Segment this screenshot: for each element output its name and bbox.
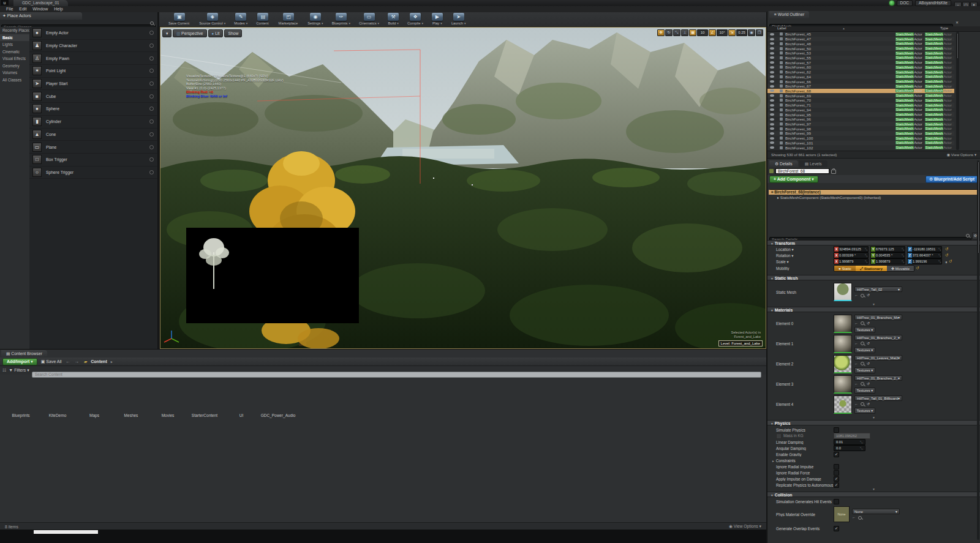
browse-to-asset-icon[interactable] (861, 402, 864, 406)
browse-to-asset-icon[interactable] (861, 294, 864, 298)
level-editor-tab[interactable]: GDC_Landscape_01 (13, 0, 68, 6)
toolbar-button[interactable]: ✎ Modes▾ (234, 13, 247, 25)
outliner-actor-row[interactable]: BirchForest_70 StaticMeshActorStaticMesh… (767, 98, 954, 103)
visibility-eye-icon[interactable] (770, 123, 774, 125)
toolbar-button[interactable]: ▤ Content (256, 13, 270, 25)
toolbar-button[interactable]: ⚒ Build▾ (388, 13, 399, 25)
visibility-eye-icon[interactable] (770, 127, 774, 130)
outliner-actor-row[interactable]: BirchForest_55 StaticMeshActorStaticMesh… (767, 56, 954, 61)
generate-overlap-events-checkbox[interactable]: ✓ (834, 526, 839, 531)
material-dropdown[interactable]: HillTree_01_Branches_2_Mat▾ (854, 375, 902, 381)
visibility-eye-icon[interactable] (770, 108, 774, 111)
visibility-eye-icon[interactable] (770, 104, 774, 107)
menu-item[interactable]: Window (32, 7, 48, 11)
textures-dropdown-button[interactable]: Textures ▾ (854, 367, 875, 373)
use-selected-asset-icon[interactable]: ← (854, 321, 858, 326)
outliner-scrollbar[interactable] (956, 32, 959, 150)
doc-badge[interactable]: DOC (897, 0, 913, 6)
mode-category[interactable]: Visual Effects (0, 55, 29, 62)
browse-to-asset-icon[interactable] (861, 342, 864, 345)
toolbar-button[interactable]: ▶ Play▾ (432, 13, 443, 25)
mode-category[interactable]: Cinematic (0, 48, 29, 56)
materials-section-header[interactable]: ▾Materials (767, 307, 980, 312)
transform-section-header[interactable]: ▾Transform (767, 240, 980, 245)
reset-asset-icon[interactable]: ↺ (867, 293, 870, 298)
perspective-button[interactable]: ◫Perspective (173, 29, 206, 37)
use-selected-asset-icon[interactable]: ← (854, 362, 858, 366)
use-selected-asset-icon[interactable]: ← (854, 382, 858, 386)
visibility-eye-icon[interactable] (770, 80, 774, 83)
mobility-stationary-option[interactable]: ⤢ Stationary (856, 266, 887, 271)
outliner-actor-row[interactable]: BirchForest_45 StaticMeshActorStaticMesh… (767, 32, 954, 37)
placeable-actor-row[interactable]: ● Empty Actor (29, 27, 157, 40)
placeable-actor-row[interactable]: ♙ Empty Pawn (29, 52, 157, 65)
viewport-options-dropdown[interactable]: ▾ (162, 29, 172, 37)
placeable-actor-row[interactable]: ● Sphere (29, 103, 157, 116)
use-selected-asset-icon[interactable]: ← (854, 342, 858, 346)
view-options-button[interactable]: ◉ View Options ▾ (729, 524, 761, 529)
scale-tool-icon[interactable]: ⤡ (673, 29, 680, 36)
ignore-radial-force-checkbox[interactable] (834, 470, 839, 476)
static-mesh-section-header[interactable]: ▾Static Mesh (767, 275, 980, 280)
visibility-eye-icon[interactable] (770, 146, 774, 149)
filters-button[interactable]: ▼ Filters ▾ (9, 368, 29, 373)
tab-details[interactable]: ⚙ Details (769, 160, 798, 167)
scale-x-field[interactable]: X1.999879⤡ (834, 258, 869, 264)
material-dropdown[interactable]: HillTree_Tall_01_Billboard_Mat▾ (854, 395, 902, 401)
sim-generates-hit-events-checkbox[interactable] (834, 499, 839, 504)
visibility-eye-icon[interactable] (770, 42, 774, 45)
mode-category[interactable]: All Classes (0, 77, 29, 84)
drag-handle-icon[interactable] (149, 94, 154, 99)
placeable-actor-row[interactable]: ▮ Cylinder (29, 116, 157, 129)
visibility-eye-icon[interactable] (770, 94, 774, 97)
rotation-snap-value[interactable]: 10° (717, 29, 728, 36)
drag-handle-icon[interactable] (149, 170, 154, 174)
enable-gravity-checkbox[interactable]: ✓ (834, 452, 839, 457)
reset-mobility-icon[interactable]: ↺ (916, 266, 919, 271)
outliner-actor-row[interactable]: BirchForest_95 StaticMeshActorStaticMesh… (767, 112, 954, 117)
drag-handle-icon[interactable] (149, 56, 154, 61)
grid-snap-icon[interactable]: ▦ (689, 29, 696, 36)
outliner-actor-row[interactable]: BirchForest_60 StaticMeshActorStaticMesh… (767, 65, 954, 70)
asset-tile[interactable]: Movies (151, 375, 184, 418)
outliner-actor-row[interactable]: BirchForest_47 StaticMeshActorStaticMesh… (767, 37, 954, 42)
outliner-actor-row[interactable]: BirchForest_71 StaticMeshActorStaticMesh… (767, 103, 954, 108)
drag-handle-icon[interactable] (149, 31, 154, 35)
reset-asset-icon[interactable]: ↺ (867, 382, 870, 386)
use-selected-asset-icon[interactable]: ← (852, 515, 856, 520)
outliner-actor-row[interactable]: BirchForest_100 StaticMeshActorStaticMes… (767, 136, 954, 141)
component-child-row[interactable]: ▸ StaticMeshComponent (StaticMeshCompone… (767, 195, 980, 200)
scale-snap-value[interactable]: 0.25 (736, 29, 747, 36)
toolbar-button[interactable]: ▭ Cinematics▾ (359, 13, 379, 25)
outliner-actor-row[interactable]: BirchForest_50 StaticMeshActorStaticMesh… (767, 46, 954, 51)
physics-section-header[interactable]: ▾Physics (767, 420, 980, 425)
visibility-eye-icon[interactable] (770, 89, 774, 92)
phys-material-dropdown[interactable]: None▾ (852, 509, 900, 514)
asset-tile[interactable]: Blueprints (4, 375, 37, 418)
label-column-header[interactable]: Label (777, 26, 786, 30)
outliner-actor-row[interactable]: BirchForest_101 StaticMeshActorStaticMes… (767, 141, 954, 146)
visibility-eye-icon[interactable] (770, 75, 774, 78)
save-all-button[interactable]: ▣ Save All (41, 359, 62, 364)
sort-arrow-icon[interactable]: ▲ (842, 27, 845, 30)
outliner-actor-row[interactable]: BirchForest_96 StaticMeshActorStaticMesh… (767, 117, 954, 122)
visibility-eye-icon[interactable] (770, 33, 774, 36)
section-expander-icon[interactable]: ▼ (767, 488, 980, 491)
maximize-viewport-icon[interactable]: ❐ (756, 29, 763, 36)
drag-handle-icon[interactable] (149, 145, 154, 149)
outliner-actor-row[interactable]: BirchForest_48 StaticMeshActorStaticMesh… (767, 41, 954, 46)
placeable-actor-row[interactable]: ➤ Player Start (29, 78, 157, 91)
outliner-actor-row[interactable]: BirchForest_68 StaticMeshActorStaticMesh… (767, 89, 954, 94)
material-dropdown[interactable]: HillTree_01_Leaves_Mat2▾ (854, 355, 902, 361)
mass-override-checkbox[interactable] (776, 433, 782, 439)
use-selected-asset-icon[interactable]: ← (854, 402, 858, 406)
placeable-actor-row[interactable]: ■ Cube (29, 90, 157, 103)
toolbar-button[interactable]: ✑ Blueprints▾ (332, 13, 350, 25)
placeable-actor-row[interactable]: ○ Sphere Trigger (29, 167, 157, 179)
visibility-eye-icon[interactable] (770, 52, 774, 54)
browse-to-asset-icon[interactable] (861, 321, 864, 325)
rotation-x-field[interactable]: X0.003199 °⤡ (834, 252, 869, 258)
location-x-field[interactable]: X324894.03125⤡ (834, 246, 869, 252)
location-label[interactable]: Location ▾ (767, 247, 834, 252)
outliner-actor-row[interactable]: BirchForest_64 StaticMeshActorStaticMesh… (767, 74, 954, 79)
